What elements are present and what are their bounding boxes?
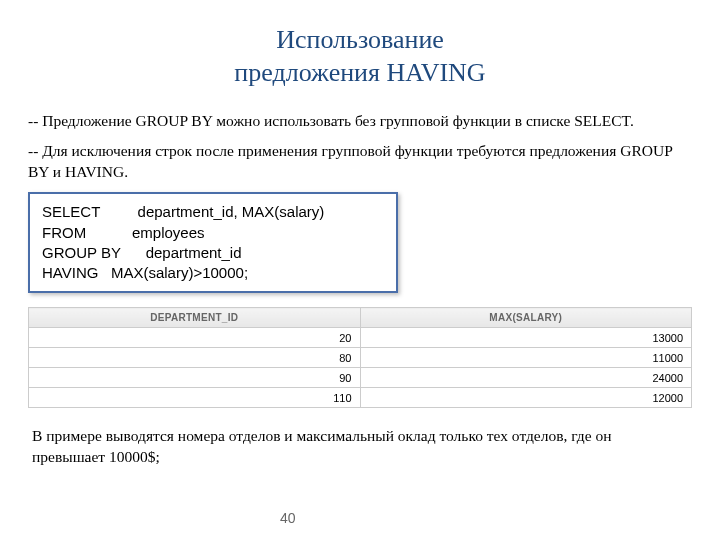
table-row: 90 24000: [29, 368, 692, 388]
sql-line-2: FROM employees: [42, 224, 205, 241]
paragraph-1: -- Предложение GROUP BY можно использова…: [28, 111, 692, 131]
sql-line-1: SELECT department_id, MAX(salary): [42, 203, 324, 220]
table-row: 80 11000: [29, 348, 692, 368]
title-line-1: Использование: [88, 24, 632, 57]
example-caption: В примере выводятся номера отделов и мак…: [28, 426, 692, 467]
cell-max: 24000: [360, 368, 692, 388]
paragraph-2: -- Для исключения строк после применения…: [28, 141, 692, 182]
slide-title: Использование предложения HAVING: [28, 24, 692, 89]
page-number: 40: [280, 510, 296, 526]
result-table: DEPARTMENT_ID MAX(SALARY) 20 13000 80 11…: [28, 307, 692, 408]
table-header-row: DEPARTMENT_ID MAX(SALARY): [29, 308, 692, 328]
cell-dept: 110: [29, 388, 361, 408]
sql-line-4: HAVING MAX(salary)>10000;: [42, 264, 248, 281]
cell-max: 12000: [360, 388, 692, 408]
table-row: 20 13000: [29, 328, 692, 348]
table-row: 110 12000: [29, 388, 692, 408]
sql-code-box: SELECT department_id, MAX(salary) FROM e…: [28, 192, 398, 293]
sql-line-3: GROUP BY department_id: [42, 244, 242, 261]
cell-dept: 90: [29, 368, 361, 388]
col-header-max: MAX(SALARY): [360, 308, 692, 328]
title-line-2: предложения HAVING: [88, 57, 632, 90]
cell-max: 13000: [360, 328, 692, 348]
cell-dept: 80: [29, 348, 361, 368]
col-header-dept: DEPARTMENT_ID: [29, 308, 361, 328]
cell-dept: 20: [29, 328, 361, 348]
cell-max: 11000: [360, 348, 692, 368]
